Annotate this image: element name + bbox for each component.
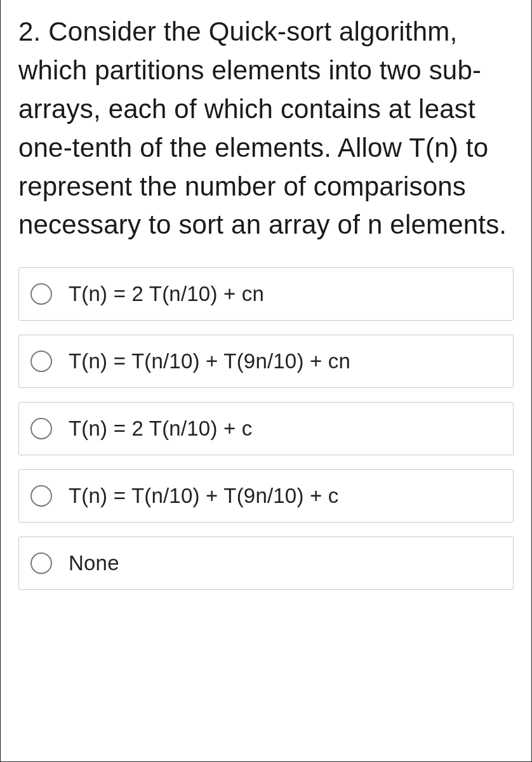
option-label: T(n) = 2 T(n/10) + cn [69, 282, 264, 306]
option-3[interactable]: T(n) = 2 T(n/10) + c [18, 402, 514, 455]
question-text: 2. Consider the Quick-sort algorithm, wh… [18, 13, 514, 244]
option-2[interactable]: T(n) = T(n/10) + T(9n/10) + cn [18, 335, 514, 388]
option-4[interactable]: T(n) = T(n/10) + T(9n/10) + c [18, 469, 514, 523]
option-label: T(n) = 2 T(n/10) + c [69, 417, 253, 441]
option-label: None [69, 551, 119, 575]
option-label: T(n) = T(n/10) + T(9n/10) + cn [69, 349, 350, 373]
radio-icon [30, 283, 52, 305]
radio-icon [30, 418, 52, 439]
option-1[interactable]: T(n) = 2 T(n/10) + cn [18, 267, 514, 321]
radio-icon [30, 351, 52, 372]
radio-icon [30, 552, 52, 574]
options-list: T(n) = 2 T(n/10) + cn T(n) = T(n/10) + T… [18, 267, 514, 590]
option-5[interactable]: None [18, 537, 514, 590]
option-label: T(n) = T(n/10) + T(9n/10) + c [69, 484, 339, 508]
radio-icon [30, 485, 52, 507]
